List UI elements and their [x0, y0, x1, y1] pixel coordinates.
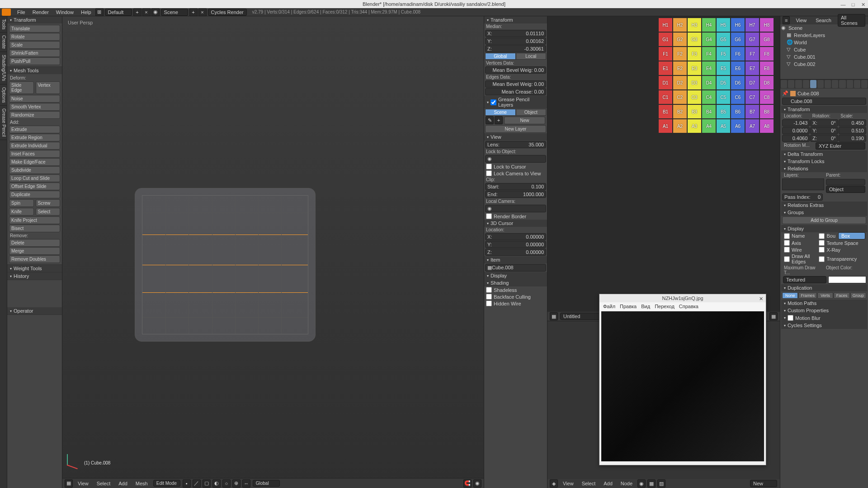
- menu-render[interactable]: Render: [29, 9, 52, 15]
- view-menu[interactable]: View: [74, 481, 92, 486]
- palette-swatch[interactable]: G8: [760, 33, 774, 46]
- comp-tree-icon[interactable]: ▦: [647, 479, 656, 488]
- select-menu[interactable]: Select: [93, 481, 114, 486]
- palette-swatch[interactable]: E3: [688, 61, 701, 75]
- palette-swatch[interactable]: C2: [673, 90, 687, 104]
- pp-mblur[interactable]: Motion Blur: [781, 314, 867, 322]
- loc-x-field[interactable]: -1.043: [782, 119, 810, 127]
- node-editor-icon[interactable]: ◈: [550, 479, 558, 488]
- knife-project-button[interactable]: Knife Project: [9, 216, 60, 224]
- palette-swatch[interactable]: D2: [673, 76, 687, 89]
- add-scene-icon[interactable]: +: [189, 8, 198, 16]
- face-select-icon[interactable]: ▢: [203, 479, 211, 488]
- uv-image-editor[interactable]: H1H2H3H4H5H6H7H8G1G2G3G4G5G6G7G8F1F2F3F4…: [547, 16, 780, 312]
- rotation-mode-dropdown[interactable]: XYZ Euler: [816, 142, 865, 150]
- object-name-field[interactable]: Cube.008: [782, 98, 866, 105]
- orientation-dropdown[interactable]: Global: [253, 480, 280, 487]
- rotate-button[interactable]: Rotate: [9, 33, 60, 41]
- image-dropdown[interactable]: Untitled: [560, 313, 601, 320]
- screen-layout-icon[interactable]: ⊞: [95, 8, 104, 16]
- menu-help[interactable]: Help: [77, 9, 95, 15]
- np-item[interactable]: Item: [484, 256, 547, 263]
- rborder-check[interactable]: Render Border: [484, 213, 547, 220]
- palette-swatch[interactable]: H7: [745, 18, 759, 32]
- slide-edge-button[interactable]: Slide Edge: [9, 81, 34, 94]
- np-display[interactable]: Display: [484, 272, 547, 279]
- palette-swatch[interactable]: C8: [760, 90, 774, 104]
- merge-button[interactable]: Merge: [9, 247, 60, 255]
- panel-meshtools[interactable]: Mesh Tools: [7, 67, 62, 74]
- node-add-menu[interactable]: Add: [600, 481, 616, 486]
- palette-swatch[interactable]: E2: [673, 61, 687, 75]
- make-edge-face-button[interactable]: Make Edge/Face: [9, 158, 60, 166]
- palette-swatch[interactable]: B7: [745, 105, 759, 118]
- imgwin-go[interactable]: Переход: [655, 304, 675, 309]
- vtab-tools[interactable]: Tools: [0, 16, 7, 33]
- crease-field[interactable]: Mean Crease: 0.00: [485, 88, 546, 95]
- parent-type-dropdown[interactable]: Object: [826, 186, 865, 193]
- pivot-icon[interactable]: ⊕: [232, 479, 241, 488]
- pp-cycles[interactable]: Cycles Settings: [781, 322, 867, 329]
- pin-icon[interactable]: 📌: [782, 90, 788, 96]
- duplicate-button[interactable]: Duplicate: [9, 191, 60, 198]
- offset-edge-button[interactable]: Offset Edge Slide: [9, 183, 60, 190]
- extrude-button[interactable]: Extrude: [9, 126, 60, 133]
- palette-swatch[interactable]: B3: [688, 105, 701, 118]
- palette-swatch[interactable]: C3: [688, 90, 701, 104]
- palette-swatch[interactable]: A1: [659, 119, 672, 133]
- palette-swatch[interactable]: A4: [702, 119, 716, 133]
- vtab-grease[interactable]: Grease Pencil: [0, 106, 7, 140]
- palette-swatch[interactable]: F2: [673, 47, 687, 61]
- pp-cprops[interactable]: Custom Properties: [781, 307, 867, 314]
- dup-none-button[interactable]: None: [782, 292, 798, 299]
- minimize-icon[interactable]: —: [840, 0, 846, 7]
- palette-swatch[interactable]: B1: [659, 105, 672, 118]
- disp-tspace-check[interactable]: Texture Space: [817, 239, 866, 246]
- palette-swatch[interactable]: D5: [717, 76, 730, 89]
- node-node-menu[interactable]: Node: [617, 481, 636, 486]
- palette-swatch[interactable]: F5: [717, 47, 730, 61]
- palette-swatch[interactable]: C4: [702, 90, 716, 104]
- cursor-y-field[interactable]: Y:0.00000: [485, 241, 546, 248]
- tex-tree-icon[interactable]: ▨: [657, 479, 665, 488]
- tab-world[interactable]: [803, 80, 809, 88]
- layout-dropdown[interactable]: Default: [105, 9, 132, 16]
- node-view-menu[interactable]: View: [559, 481, 577, 486]
- pp-relex[interactable]: Relations Extras: [781, 202, 867, 209]
- palette-swatch[interactable]: B8: [760, 105, 774, 118]
- palette-swatch[interactable]: D8: [760, 76, 774, 89]
- item-name-field[interactable]: ▦Cube.008: [485, 264, 546, 272]
- dup-verts-button[interactable]: Verts: [817, 292, 833, 299]
- layers-widget[interactable]: [782, 178, 824, 190]
- vtab-shading[interactable]: Shading/UVs: [0, 52, 7, 84]
- lock-obj-field[interactable]: ◉: [485, 155, 546, 163]
- knife-button[interactable]: Knife: [9, 208, 34, 216]
- disp-axis-check[interactable]: Axis: [782, 239, 817, 246]
- randomize-button[interactable]: Randomize: [9, 111, 60, 119]
- disp-transp-check[interactable]: Transparency: [817, 253, 866, 265]
- uv-editor-icon[interactable]: ▦: [550, 312, 558, 320]
- panel-history[interactable]: History: [7, 272, 62, 280]
- scale-x-field[interactable]: 0.450: [839, 119, 866, 127]
- palette-swatch[interactable]: D4: [702, 76, 716, 89]
- vertex-select-icon[interactable]: •: [183, 479, 191, 488]
- uv-mode-icon[interactable]: ▦: [769, 312, 778, 320]
- drawtype-dropdown[interactable]: Textured: [783, 276, 826, 283]
- clip-end-field[interactable]: End:1000.000: [485, 191, 546, 198]
- tab-object[interactable]: [810, 80, 816, 88]
- vtab-create[interactable]: Create: [0, 33, 7, 52]
- gp-object-toggle[interactable]: Object: [516, 109, 547, 116]
- pp-dup[interactable]: Duplication: [781, 284, 867, 291]
- palette-swatch[interactable]: F4: [702, 47, 716, 61]
- loopcut-button[interactable]: Loop Cut and Slide: [9, 174, 60, 182]
- np-shading[interactable]: Shading: [484, 279, 547, 286]
- parent-obj-field[interactable]: [826, 179, 865, 185]
- tab-physics[interactable]: [861, 80, 868, 88]
- vtab-options[interactable]: Options: [0, 84, 7, 106]
- median-y-field[interactable]: Y:0.00162: [485, 38, 546, 45]
- menu-window[interactable]: Window: [52, 9, 77, 15]
- outliner-view[interactable]: View: [792, 18, 810, 23]
- object-color-swatch[interactable]: [828, 276, 866, 283]
- palette-swatch[interactable]: E1: [659, 61, 672, 75]
- palette-swatch[interactable]: A8: [760, 119, 774, 133]
